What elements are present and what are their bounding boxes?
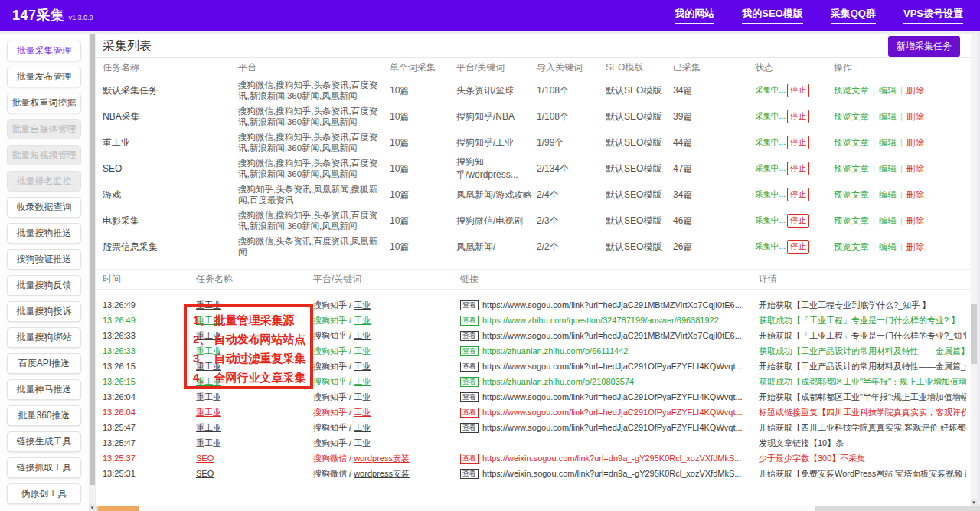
sidebar-item[interactable]: 批量搜狗绑站 xyxy=(7,327,81,348)
sidebar-item[interactable]: 批量发布管理 xyxy=(7,67,81,87)
sidebar-item[interactable]: 百度API推送 xyxy=(7,353,81,374)
log-keyword-link[interactable]: 工业 xyxy=(354,392,371,401)
main-scrollbar[interactable]: ▼ xyxy=(971,34,977,506)
preview-article-link[interactable]: 预览文章 xyxy=(834,242,869,251)
delete-link[interactable]: 删除 xyxy=(906,242,924,251)
log-keyword-link[interactable]: 工业 xyxy=(354,316,371,325)
log-task-link[interactable]: 重工业 xyxy=(196,437,313,449)
log-url-link[interactable]: https://www.sogou.com/link?url=hedJjaC29… xyxy=(482,331,742,340)
edit-link[interactable]: 编辑 xyxy=(879,164,897,173)
log-keyword-link[interactable]: wordpress安装 xyxy=(354,454,410,463)
sidebar-scrollbar[interactable]: ▼ xyxy=(90,34,95,511)
sidebar-item[interactable]: 批量搜狗推送 xyxy=(7,223,81,244)
log-keyword-link[interactable]: 工业 xyxy=(354,300,371,310)
view-badge[interactable]: 查看 xyxy=(460,454,479,464)
sidebar-item[interactable]: 批量搜狗反馈 xyxy=(7,275,81,296)
main-scroll-down-icon[interactable]: ▼ xyxy=(971,499,977,506)
log-url-link[interactable]: https://www.sogou.com/link?url=hedJjaC29… xyxy=(482,408,743,417)
log-url-link[interactable]: https://weixin.sogou.com/link?url=dn9a_-… xyxy=(482,469,741,478)
log-url-link[interactable]: https://www.sogou.com/link?url=hedJjaC29… xyxy=(482,362,743,371)
delete-link[interactable]: 删除 xyxy=(906,112,924,121)
sidebar-item[interactable]: 伪原创工具 xyxy=(7,483,81,504)
sidebar-item[interactable]: 批量搜狗投诉 xyxy=(7,301,81,322)
new-task-button[interactable]: 新增采集任务 xyxy=(888,36,960,57)
nav-item[interactable]: VPS拨号设置 xyxy=(903,7,963,24)
sidebar-item[interactable]: 批量360推送 xyxy=(7,405,81,426)
log-keyword-link[interactable]: 工业 xyxy=(354,438,371,447)
stop-button[interactable]: 停止 xyxy=(787,110,809,123)
view-badge[interactable]: 查看 xyxy=(460,346,479,356)
log-url-link[interactable]: https://www.sogou.com/link?url=hedJjaC29… xyxy=(482,392,743,401)
preview-article-link[interactable]: 预览文章 xyxy=(834,164,869,173)
log-task-link[interactable]: SEO xyxy=(196,469,313,478)
edit-link[interactable]: 编辑 xyxy=(879,138,897,147)
log-keyword-link[interactable]: 工业 xyxy=(354,362,371,371)
log-task-link[interactable]: 重工业 xyxy=(196,407,313,418)
sidebar-item[interactable]: 链接抓取工具 xyxy=(7,457,81,478)
sidebar-item[interactable]: 批量神马推送 xyxy=(7,379,81,400)
sidebar-item[interactable]: 批量采集管理 xyxy=(7,41,81,61)
delete-link[interactable]: 删除 xyxy=(906,138,924,147)
sidebar-item[interactable]: 收录数据查询 xyxy=(7,197,81,218)
log-detail: 获取成功【「工业工程」专业是一门什么样的专业? 】 xyxy=(759,315,966,326)
view-badge[interactable]: 查看 xyxy=(460,392,479,402)
edit-link[interactable]: 编辑 xyxy=(879,86,897,95)
log-keyword-link[interactable]: 工业 xyxy=(354,377,371,386)
log-keyword-link[interactable]: 工业 xyxy=(354,423,371,432)
sidebar-item[interactable]: 批量权重词挖掘 xyxy=(7,93,81,113)
edit-link[interactable]: 编辑 xyxy=(879,112,897,121)
edit-link[interactable]: 编辑 xyxy=(879,242,897,251)
view-badge[interactable]: 查看 xyxy=(460,300,479,310)
stop-button[interactable]: 停止 xyxy=(787,136,809,149)
log-keyword-link[interactable]: 工业 xyxy=(354,346,371,355)
preview-article-link[interactable]: 预览文章 xyxy=(834,112,869,121)
view-badge[interactable]: 查看 xyxy=(460,362,479,372)
sidebar-scrollbar-thumb[interactable] xyxy=(90,34,95,485)
view-badge[interactable]: 查看 xyxy=(460,423,479,433)
stop-button[interactable]: 停止 xyxy=(787,188,809,201)
delete-link[interactable]: 删除 xyxy=(906,86,924,95)
log-task-link[interactable]: SEO xyxy=(196,454,313,463)
delete-link[interactable]: 删除 xyxy=(906,216,924,225)
sidebar-scroll-down-icon[interactable]: ▼ xyxy=(90,504,95,511)
log-url-link[interactable]: https://zhuanlan.zhihu.com/p/66111442 xyxy=(482,346,628,355)
main-scrollbar-thumb[interactable] xyxy=(971,304,977,364)
task-platforms: 搜狗微信,搜狗知乎,头条资讯,百度资讯,新浪新闻,360新闻,凤凰新闻 xyxy=(238,132,390,153)
action-separator: | xyxy=(900,138,903,147)
log-url-link[interactable]: https://www.sogou.com/link?url=hedJjaC29… xyxy=(482,300,742,310)
nav-item[interactable]: 采集QQ群 xyxy=(831,7,876,24)
stop-button[interactable]: 停止 xyxy=(787,84,809,97)
log-url-link[interactable]: https://www.sogou.com/link?url=hedJjaC29… xyxy=(482,423,743,432)
preview-article-link[interactable]: 预览文章 xyxy=(834,86,869,95)
log-url-link[interactable]: https://zhuanlan.zhihu.com/p/210803574 xyxy=(482,377,634,386)
stop-button[interactable]: 停止 xyxy=(787,162,809,175)
view-badge[interactable]: 查看 xyxy=(460,469,479,479)
log-task-link[interactable]: 重工业 xyxy=(196,391,313,403)
sidebar-item[interactable]: 搜狗验证推送 xyxy=(7,249,81,270)
stop-button[interactable]: 停止 xyxy=(787,214,809,228)
view-badge[interactable]: 查看 xyxy=(460,408,479,418)
log-detail: 标题或链接重复【四川工业科技学院真真实实，客观评价，好坏都有，多的不说自己看，】… xyxy=(759,407,966,418)
view-badge[interactable]: 查看 xyxy=(460,377,479,387)
log-keyword-link[interactable]: 工业 xyxy=(354,408,371,417)
log-url-link[interactable]: https://www.zhihu.com/question/324787199… xyxy=(482,316,719,325)
nav-item[interactable]: 我的SEO模版 xyxy=(742,7,802,24)
view-badge[interactable]: 查看 xyxy=(460,331,479,341)
edit-link[interactable]: 编辑 xyxy=(879,190,897,199)
sidebar-item[interactable]: 链接生成工具 xyxy=(7,431,81,452)
preview-article-link[interactable]: 预览文章 xyxy=(834,190,869,199)
view-badge[interactable]: 查看 xyxy=(460,316,479,326)
log-url-link[interactable]: https://weixin.sogou.com/link?url=dn9a_-… xyxy=(482,454,741,463)
log-task-link[interactable]: 重工业 xyxy=(196,422,313,434)
horizontal-scrollbar[interactable] xyxy=(96,506,980,511)
log-keyword-link[interactable]: wordpress安装 xyxy=(354,469,410,478)
stop-button[interactable]: 停止 xyxy=(787,240,809,254)
edit-link[interactable]: 编辑 xyxy=(879,216,897,225)
nav-item[interactable]: 我的网站 xyxy=(675,7,714,24)
log-keyword-link[interactable]: 工业 xyxy=(354,331,371,340)
horizontal-scrollbar-thumb[interactable] xyxy=(139,506,815,511)
preview-article-link[interactable]: 预览文章 xyxy=(834,216,869,225)
delete-link[interactable]: 删除 xyxy=(906,190,924,199)
preview-article-link[interactable]: 预览文章 xyxy=(834,138,869,147)
delete-link[interactable]: 删除 xyxy=(906,164,924,173)
